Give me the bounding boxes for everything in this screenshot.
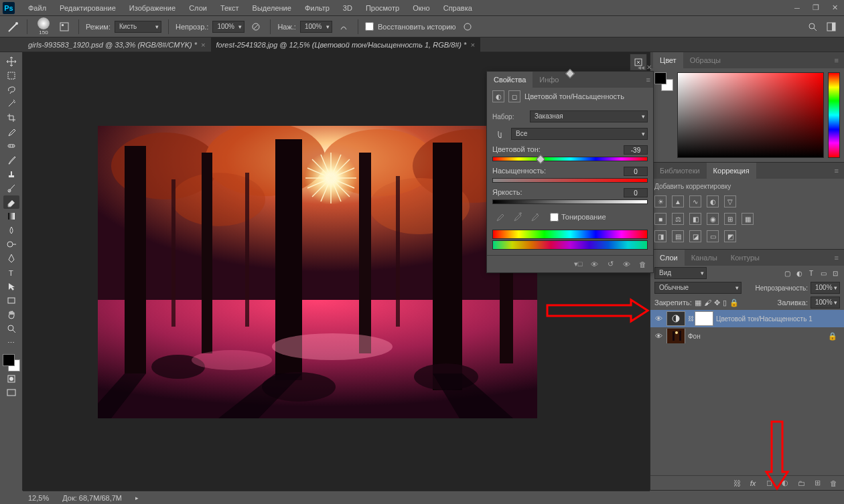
edit-toolbar-icon[interactable]: ⋯	[3, 336, 19, 349]
minimize-button[interactable]: ─	[788, 0, 806, 16]
brush-preview[interactable]: 150	[34, 17, 53, 36]
rectangle-tool[interactable]	[3, 294, 19, 307]
mask-icon[interactable]: ◻	[508, 90, 520, 102]
close-button[interactable]: ✕	[825, 0, 844, 16]
gradient-tool[interactable]	[3, 209, 19, 223]
layer-thumbnail[interactable]	[666, 329, 685, 343]
range-dropdown[interactable]: Все	[511, 128, 648, 140]
color-lookup-icon[interactable]: ▦	[742, 213, 754, 225]
toggle-visibility-icon[interactable]: 👁	[621, 259, 632, 270]
levels-icon[interactable]: ▲	[672, 195, 684, 207]
screenmode-icon[interactable]	[3, 386, 19, 400]
hue-slider[interactable]	[828, 72, 840, 158]
type-tool[interactable]: T	[3, 266, 19, 279]
photo-filter-icon[interactable]: ◉	[707, 213, 719, 225]
new-group-icon[interactable]: 🗀	[796, 478, 806, 489]
filter-type-icon[interactable]: T	[806, 268, 816, 278]
opacity-input[interactable]: 100%	[212, 21, 244, 33]
tool-preset-icon[interactable]	[5, 19, 20, 34]
color-swatches-panel[interactable]	[654, 72, 673, 91]
posterize-icon[interactable]: ▤	[672, 230, 684, 242]
layer-row[interactable]: 👁 ⛓ Цветовой тон/Насыщенность 1	[650, 310, 844, 327]
zoom-tool[interactable]	[3, 322, 19, 335]
lightness-value[interactable]	[624, 188, 648, 197]
pen-tool[interactable]	[3, 252, 19, 265]
stamp-tool[interactable]	[3, 167, 19, 181]
filter-pixel-icon[interactable]: ▢	[782, 268, 792, 278]
lasso-tool[interactable]	[3, 83, 19, 96]
menu-layers[interactable]: Слои	[182, 0, 214, 16]
layer-row[interactable]: 👁 Фон 🔒	[650, 327, 844, 345]
healing-tool[interactable]	[3, 139, 19, 153]
previous-state-icon[interactable]: 👁	[589, 259, 600, 270]
filter-smart-icon[interactable]: ⊡	[831, 268, 840, 278]
wand-tool[interactable]	[3, 97, 19, 110]
eyedropper-icon[interactable]	[492, 209, 507, 224]
delete-layer-icon[interactable]: 🗑	[828, 478, 839, 489]
saturation-value[interactable]	[624, 167, 648, 176]
document-tab[interactable]: girls-993583_1920.psd @ 33,3% (RGB/8#/CM…	[23, 37, 211, 52]
zoom-level[interactable]: 12,5%	[28, 494, 49, 502]
brightness-icon[interactable]: ☀	[654, 195, 666, 207]
hue-slider[interactable]	[492, 157, 648, 161]
menu-view[interactable]: Просмотр	[359, 0, 406, 16]
channels-tab[interactable]: Каналы	[685, 250, 724, 266]
filter-shape-icon[interactable]: ▭	[819, 268, 828, 278]
menu-file[interactable]: Файл	[21, 0, 53, 16]
visibility-icon[interactable]: 👁	[653, 332, 664, 340]
eyedropper-tool[interactable]	[3, 125, 19, 139]
panel-menu-icon[interactable]: ≡	[832, 56, 841, 64]
menu-edit[interactable]: Редактирование	[53, 0, 123, 16]
curves-icon[interactable]: ∿	[689, 195, 701, 207]
foreground-swatch[interactable]	[3, 354, 15, 366]
maximize-button[interactable]: ❐	[806, 0, 825, 16]
lock-nest-icon[interactable]: ▯	[723, 299, 727, 307]
layer-filter-dropdown[interactable]: Вид	[654, 267, 707, 279]
bw-icon[interactable]: ◧	[689, 213, 701, 225]
hand-tool[interactable]	[3, 308, 19, 321]
menu-select[interactable]: Выделение	[246, 0, 298, 16]
selective-color-icon[interactable]: ◩	[724, 230, 736, 242]
visibility-icon[interactable]: 👁	[653, 315, 664, 323]
marquee-tool[interactable]	[3, 69, 19, 82]
lock-all-icon[interactable]: 🔒	[729, 299, 739, 307]
lock-position-icon[interactable]: ✥	[714, 299, 720, 307]
airbrush-icon[interactable]	[336, 19, 351, 34]
blur-tool[interactable]	[3, 224, 19, 237]
paths-tab[interactable]: Контуры	[724, 250, 766, 266]
exposure-icon[interactable]: ◐	[707, 195, 719, 207]
colorize-checkbox[interactable]	[550, 213, 559, 222]
color-tab[interactable]: Цвет	[653, 52, 683, 68]
new-layer-icon[interactable]: ⊞	[812, 478, 823, 489]
path-select-tool[interactable]	[3, 280, 19, 293]
menu-window[interactable]: Окно	[406, 0, 437, 16]
menu-3d[interactable]: 3D	[336, 0, 359, 16]
panel-menu-icon[interactable]: ≡	[832, 167, 841, 175]
hue-sat-icon[interactable]: ■	[654, 213, 666, 225]
history-brush-tool[interactable]	[3, 181, 19, 195]
lightness-slider[interactable]	[492, 199, 648, 204]
panel-menu-icon[interactable]: ≡	[832, 254, 841, 262]
finger-icon[interactable]	[492, 127, 507, 141]
clip-icon[interactable]: ▾□	[573, 259, 583, 270]
color-field[interactable]	[677, 72, 824, 158]
move-tool[interactable]	[3, 55, 19, 68]
menu-text[interactable]: Текст	[214, 0, 246, 16]
menu-filter[interactable]: Фильтр	[298, 0, 336, 16]
crop-tool[interactable]	[3, 111, 19, 124]
restore-history-checkbox[interactable]	[365, 22, 374, 31]
fx-icon[interactable]: fx	[748, 478, 758, 489]
link-layers-icon[interactable]: ⛓	[731, 478, 742, 489]
invert-icon[interactable]: ◨	[654, 230, 666, 242]
reset-icon[interactable]: ↺	[605, 259, 616, 270]
lock-transparency-icon[interactable]: ▦	[695, 299, 701, 307]
brush-tool[interactable]	[3, 153, 19, 167]
info-tab[interactable]: Инфо	[533, 72, 565, 88]
collapse-handle[interactable]: ◂◂ ✕	[638, 64, 652, 71]
hue-value[interactable]	[624, 145, 648, 155]
eyedropper-plus-icon[interactable]: +	[510, 209, 524, 224]
libraries-tab[interactable]: Библиотеки	[653, 163, 707, 179]
search-icon[interactable]	[805, 19, 820, 34]
doc-size[interactable]: Док: 68,7M/68,7M	[62, 494, 122, 502]
dodge-tool[interactable]	[3, 238, 19, 251]
